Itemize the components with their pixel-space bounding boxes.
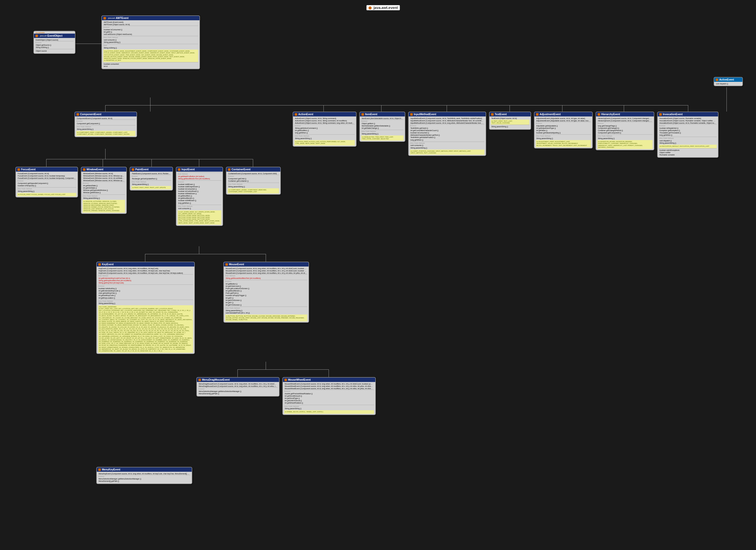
method: String paramString (): [597, 137, 653, 140]
method: AttributedCharacterIterator getText (): [410, 134, 484, 136]
connector: [151, 159, 152, 167]
method: int getY (): [225, 301, 307, 304]
constructor: InputMethodEvent (Component source, int …: [410, 120, 484, 122]
connector: [329, 369, 329, 377]
method: TextHitInfo getCaret (): [410, 127, 484, 129]
connector: [46, 159, 253, 159]
method: Object getItem (): [361, 122, 404, 125]
method: MenuSelectionManager getMenuSelectionMan…: [98, 478, 190, 480]
connector: [688, 105, 688, 112]
method: int getYOnScreen (): [225, 304, 307, 306]
method: Container getContainer (): [228, 180, 279, 182]
constructor: MenuDragMouseEvent (Component source, in…: [198, 385, 278, 387]
constructor: ComponentEvent (Component source, int id…: [76, 117, 135, 120]
method: MenuElement[] getPath (): [198, 392, 278, 395]
constructor: MouseEvent (Component source, int id, lo…: [225, 272, 307, 274]
class-icon: [103, 17, 106, 20]
method: boolean isTemporary (): [17, 185, 76, 187]
method: int getModifiersEx (): [178, 197, 221, 199]
class-keyevent: KeyEvent KeyEvent (Component source, int…: [96, 262, 195, 354]
class-focusevent: FocusEvent FocusEvent (Component source,…: [15, 167, 78, 198]
constructor: WindowEvent (Window source, int id, Wind…: [83, 175, 125, 177]
connector: [323, 105, 324, 112]
constructor: ActionEvent (Object source, int id, Stri…: [294, 122, 355, 124]
method: String getModifiersExText (int modifiers…: [178, 178, 221, 180]
class-actionevent: ActionEvent ActionEvent (Object source, …: [293, 112, 357, 147]
method: int getX (): [225, 297, 307, 299]
static-fields: int FOCUS_FIRST, FOCUS_GAINED, FOCUS_LAS…: [17, 193, 76, 196]
static-fields: int WINDOW_ACTIVATED, WINDOW_CLOSED, WIN…: [83, 200, 125, 213]
connector: [145, 254, 145, 262]
constructor: HierarchyEvent (Component source, int id…: [597, 117, 653, 120]
interface-icon: [716, 79, 718, 81]
constructor: InputMethodEvent (Component source, int …: [410, 117, 484, 120]
method: String toString (): [35, 46, 74, 49]
class-icon: [132, 168, 134, 171]
method: int getWheelRotation (): [284, 402, 374, 404]
class-icon: [178, 168, 180, 171]
static-fields: int PAINT, PAINT_FIRST, PAINT_LAST, UPDA…: [131, 186, 171, 189]
constructor: TextEvent (Object source, int id): [491, 117, 529, 120]
static-fields: char CHAR_UNDEFINED int KEY_FIRST, KEY_L…: [98, 305, 193, 353]
method: int getAdjustmentType (): [536, 127, 591, 129]
constructor: MenuKeyEvent (Component source, int id, …: [98, 472, 190, 475]
class-invocationevent: InvocationEvent InvocationEvent (Object …: [657, 112, 719, 158]
constructor: ActionEvent (Object source, int id, Stri…: [294, 120, 355, 122]
constructor: AdjustmentEvent (Adjustable source, int …: [536, 120, 591, 122]
method: String paramString (): [284, 407, 374, 410]
method: String paramString (): [103, 41, 198, 43]
constructor: FocusEvent (Component source, int id, bo…: [17, 175, 76, 177]
class-eventobject: Serializable java.util EventObject Event…: [33, 31, 75, 54]
method: MenuSelectionManager getMenuSelectionMan…: [198, 390, 278, 392]
method: int getButton (): [225, 283, 307, 285]
class-icon: [295, 113, 297, 116]
method: Point getPoint (): [225, 292, 307, 294]
class-icon: [491, 113, 494, 116]
method: boolean isMetaDown (): [178, 193, 221, 195]
class-windowevent: WindowEvent WindowEvent (Window source, …: [81, 167, 127, 214]
method: String paramString (): [491, 126, 529, 128]
method: String getKeyModifiersText (int modifier…: [98, 279, 193, 282]
method: long getWhen (): [294, 132, 355, 134]
class-icon: [98, 263, 101, 266]
constructor: MouseEvent (Component source, int id, lo…: [225, 267, 307, 270]
stereotype: Serializable: [34, 31, 75, 34]
method: long getWhen (): [410, 139, 484, 141]
method: void consume (): [410, 144, 484, 147]
method: int getScrollAmount (): [284, 395, 374, 397]
diagram-title: java.awt.event: [366, 5, 400, 10]
class-icon: [225, 263, 228, 266]
constructor: WindowEvent (Window source, int id, Wind…: [83, 179, 125, 182]
constructor: AdjustmentEvent (Adjustable source, int …: [536, 117, 591, 120]
method: ItemSelectable getItemSelectable (): [361, 125, 404, 127]
static-fields: int ALT_DOWN_MASK, ALT_GRAPH_DOWN_MASK, …: [178, 210, 221, 225]
method: int getOldState (): [83, 187, 125, 189]
constructor: MouseWheelEvent (Component source, int i…: [284, 385, 374, 387]
constructor: MouseWheelEvent (Component source, int i…: [284, 387, 374, 390]
class-icon: [659, 113, 662, 116]
constructor: ActionEvent (Object source, int id, Stri…: [294, 117, 355, 120]
class-icon: [284, 379, 287, 381]
class-textevent: TextEvent TextEvent (Object source, int …: [489, 112, 531, 130]
class-paintevent: PaintEvent PaintEvent (Component source,…: [130, 167, 173, 191]
method: String paramString (): [225, 309, 307, 312]
method: int getModifiers (): [294, 129, 355, 132]
class-icon: [228, 168, 231, 171]
method: int getID (): [103, 31, 198, 33]
method: boolean isControlDown (): [178, 190, 221, 193]
method: int get/setKeyCode (): [98, 294, 193, 296]
constructor: FocusEvent (Component source, int id): [17, 172, 76, 175]
static-fields: int BUTTON1, BUTTON2, BUTTON3, MOUSE_CLI…: [225, 314, 307, 322]
method: long getChangeFlags (): [597, 125, 653, 127]
method: void dispatch (): [715, 83, 741, 85]
class-icon: [83, 168, 85, 171]
field: boolean consumed: [103, 63, 198, 65]
class-icon: [361, 113, 364, 116]
method: boolean isConsumed (): [178, 188, 221, 190]
method: String paramString (): [659, 142, 717, 144]
method: int getNewState (): [83, 185, 125, 187]
class-menukeyevent: MenuKeyEvent MenuKeyEvent (Component sou…: [96, 467, 192, 484]
constructor: MenuDragMouseEvent (Component source, in…: [198, 383, 278, 385]
connector: [199, 159, 199, 167]
static-fields: int CARET_POSITION_CHANGED, INPUT_METHOD…: [410, 150, 484, 155]
